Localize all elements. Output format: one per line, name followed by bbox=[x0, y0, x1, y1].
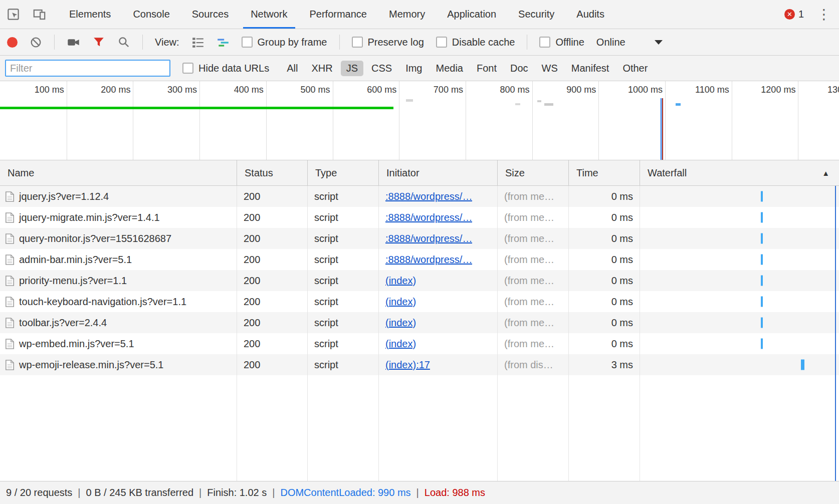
large-request-rows-icon[interactable] bbox=[191, 36, 204, 49]
tab-performance[interactable]: Performance bbox=[299, 0, 378, 29]
initiator-link[interactable]: (index) bbox=[385, 275, 416, 287]
request-time: 0 ms bbox=[569, 249, 640, 270]
throttling-caret-icon[interactable] bbox=[655, 40, 663, 45]
offline-checkbox[interactable] bbox=[539, 37, 550, 48]
tab-console[interactable]: Console bbox=[122, 0, 180, 29]
waterfall-cell bbox=[640, 291, 839, 312]
error-badge[interactable]: ✕ 1 bbox=[784, 9, 804, 20]
search-icon[interactable] bbox=[117, 36, 130, 49]
request-status: 200 bbox=[237, 207, 308, 228]
group-by-frame-checkbox[interactable] bbox=[242, 37, 253, 48]
column-header-name[interactable]: Name bbox=[0, 160, 237, 185]
timeline-gridline bbox=[67, 81, 67, 160]
network-request-row[interactable]: wp-embed.min.js?ver=5.1 200 script (inde… bbox=[0, 333, 839, 354]
column-header-waterfall[interactable]: Waterfall ▲ bbox=[640, 160, 839, 185]
initiator-link[interactable]: :8888/wordpress/… bbox=[385, 254, 472, 266]
hide-data-urls-checkbox[interactable] bbox=[182, 63, 193, 74]
filter-pill-doc[interactable]: Doc bbox=[505, 61, 534, 76]
request-type: script bbox=[308, 312, 379, 333]
group-by-frame-toggle: Group by frame bbox=[242, 37, 327, 48]
request-time: 0 ms bbox=[569, 207, 640, 228]
preserve-log-checkbox[interactable] bbox=[352, 37, 363, 48]
timeline-label: 400 ms bbox=[234, 85, 264, 95]
filter-pill-all[interactable]: All bbox=[281, 61, 303, 76]
request-type: script bbox=[308, 354, 379, 375]
filter-pill-font[interactable]: Font bbox=[471, 61, 502, 76]
tab-audits[interactable]: Audits bbox=[565, 0, 615, 29]
timeline-gridline bbox=[399, 81, 399, 160]
tab-security[interactable]: Security bbox=[507, 0, 565, 29]
filter-pill-ws[interactable]: WS bbox=[536, 61, 563, 76]
network-request-row[interactable]: admin-bar.min.js?ver=5.1 200 script :888… bbox=[0, 249, 839, 270]
filter-pill-xhr[interactable]: XHR bbox=[306, 61, 338, 76]
overview-activity-mark bbox=[676, 103, 681, 106]
filter-funnel-icon[interactable] bbox=[92, 36, 105, 49]
device-toolbar-icon[interactable] bbox=[26, 0, 52, 29]
initiator-link[interactable]: (index):17 bbox=[385, 359, 430, 371]
inspect-element-icon[interactable] bbox=[0, 0, 26, 29]
timeline-gridline bbox=[598, 81, 599, 160]
network-request-row[interactable]: jquery-migrate.min.js?ver=1.4.1 200 scri… bbox=[0, 207, 839, 228]
load-time[interactable]: Load: 988 ms bbox=[425, 487, 485, 498]
column-header-type[interactable]: Type bbox=[308, 160, 379, 185]
timeline-overview[interactable]: 100 ms200 ms300 ms400 ms500 ms600 ms700 … bbox=[0, 81, 839, 160]
request-size: (from me… bbox=[498, 312, 569, 333]
show-overview-icon[interactable] bbox=[217, 36, 230, 49]
group-by-frame-label: Group by frame bbox=[258, 37, 327, 48]
initiator-link[interactable]: (index) bbox=[385, 338, 416, 350]
column-header-initiator[interactable]: Initiator bbox=[379, 160, 498, 185]
network-request-row[interactable]: jquery.js?ver=1.12.4 200 script :8888/wo… bbox=[0, 186, 839, 207]
disable-cache-label: Disable cache bbox=[452, 37, 515, 48]
table-rows: jquery.js?ver=1.12.4 200 script :8888/wo… bbox=[0, 186, 839, 375]
overview-green-bar bbox=[0, 107, 393, 109]
tab-elements[interactable]: Elements bbox=[58, 0, 122, 29]
request-size: (from me… bbox=[498, 186, 569, 207]
requests-table: Name Status Type Initiator Size Time Wat… bbox=[0, 160, 839, 481]
network-request-row[interactable]: priority-menu.js?ver=1.1 200 script (ind… bbox=[0, 270, 839, 291]
request-size: (from me… bbox=[498, 228, 569, 249]
disable-cache-checkbox[interactable] bbox=[436, 37, 447, 48]
column-header-time[interactable]: Time bbox=[569, 160, 640, 185]
waterfall-cell bbox=[640, 207, 839, 228]
timeline-gridline bbox=[466, 81, 466, 160]
network-request-row[interactable]: query-monitor.js?ver=1551628687 200 scri… bbox=[0, 228, 839, 249]
tab-application[interactable]: Application bbox=[436, 0, 507, 29]
initiator-link[interactable]: :8888/wordpress/… bbox=[385, 233, 472, 244]
capture-screenshots-icon[interactable] bbox=[67, 36, 80, 49]
request-name: jquery-migrate.min.js?ver=1.4.1 bbox=[19, 212, 160, 223]
filter-pill-img[interactable]: Img bbox=[400, 61, 428, 76]
timeline-gridline bbox=[532, 81, 533, 160]
initiator-link[interactable]: :8888/wordpress/… bbox=[385, 212, 472, 223]
devtools-window: ElementsConsoleSourcesNetworkPerformance… bbox=[0, 0, 839, 504]
request-status: 200 bbox=[237, 249, 308, 270]
initiator-link[interactable]: :8888/wordpress/… bbox=[385, 191, 472, 202]
status-separator: | bbox=[416, 487, 419, 498]
column-header-size[interactable]: Size bbox=[498, 160, 569, 185]
waterfall-tick bbox=[761, 297, 763, 307]
domcontentloaded-time[interactable]: DOMContentLoaded: 990 ms bbox=[280, 487, 410, 498]
network-request-row[interactable]: touch-keyboard-navigation.js?ver=1.1 200… bbox=[0, 291, 839, 312]
tab-sources[interactable]: Sources bbox=[181, 0, 240, 29]
more-menu-icon[interactable]: ⋮ bbox=[817, 8, 831, 22]
waterfall-cell bbox=[640, 228, 839, 249]
clear-icon[interactable] bbox=[30, 36, 42, 49]
column-header-status[interactable]: Status bbox=[237, 160, 308, 185]
request-size: (from me… bbox=[498, 291, 569, 312]
request-time: 0 ms bbox=[569, 186, 640, 207]
throttling-select[interactable]: Online bbox=[596, 37, 625, 48]
network-request-row[interactable]: wp-emoji-release.min.js?ver=5.1 200 scri… bbox=[0, 354, 839, 375]
initiator-link[interactable]: (index) bbox=[385, 317, 416, 329]
filter-pill-css[interactable]: CSS bbox=[366, 61, 397, 76]
filter-input[interactable] bbox=[5, 60, 170, 77]
record-button[interactable] bbox=[7, 37, 18, 48]
filter-pill-other[interactable]: Other bbox=[617, 61, 653, 76]
filter-pill-manifest[interactable]: Manifest bbox=[566, 61, 615, 76]
finish-time: Finish: 1.02 s bbox=[207, 487, 267, 498]
initiator-link[interactable]: (index) bbox=[385, 296, 416, 308]
network-request-row[interactable]: toolbar.js?ver=2.4.4 200 script (index) … bbox=[0, 312, 839, 333]
tab-network[interactable]: Network bbox=[240, 0, 298, 29]
filter-pill-js[interactable]: JS bbox=[341, 61, 363, 76]
tab-memory[interactable]: Memory bbox=[378, 0, 436, 29]
waterfall-tick bbox=[761, 339, 763, 349]
filter-pill-media[interactable]: Media bbox=[430, 61, 468, 76]
